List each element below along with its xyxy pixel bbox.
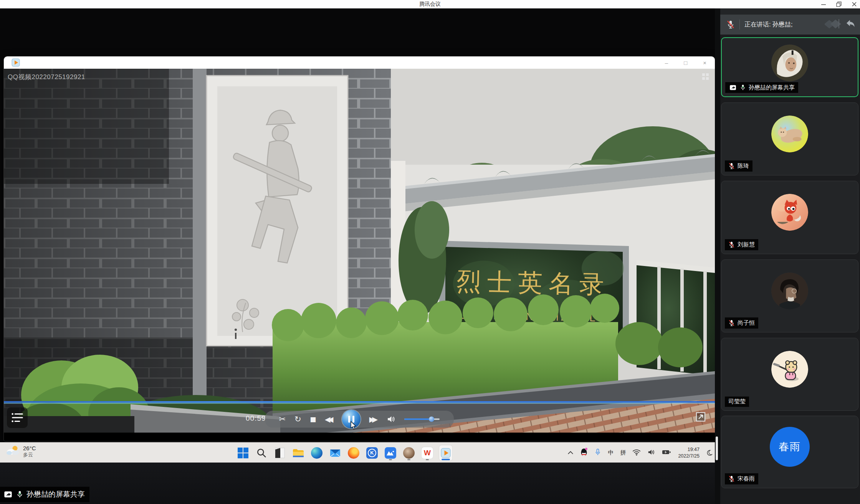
participant-name: 陈琦: [738, 162, 749, 170]
tencent-meeting-window: 腾讯会议 – □ ×: [0, 0, 860, 504]
volume-slider[interactable]: [404, 418, 440, 420]
video-content[interactable]: 烈士英名录 LIE SHI YING MING LU: [4, 69, 715, 433]
restore-icon[interactable]: [836, 2, 842, 7]
participant-label: 司莹莹: [725, 397, 749, 407]
participants-sidebar: 正在讲话: 孙懋喆; 孙懋喆的屏: [720, 8, 860, 504]
mic-muted-icon: [728, 475, 735, 483]
wps-office-icon[interactable]: W: [421, 445, 434, 461]
mic-on-icon: [740, 84, 746, 91]
fullscreen-icon[interactable]: [696, 412, 706, 422]
screen-share-icon: [729, 84, 737, 91]
minimize-icon[interactable]: [821, 2, 826, 7]
participant-avatar: 春雨: [770, 427, 810, 467]
speaking-header: 正在讲话: 孙懋喆;: [720, 15, 860, 35]
mail-app-icon[interactable]: [329, 445, 342, 461]
player-close-icon[interactable]: ×: [703, 59, 706, 66]
windows-taskbar: 26°C多云 K: [0, 442, 715, 463]
back-arrow-icon[interactable]: [845, 18, 856, 31]
weather-condition: 多云: [23, 452, 36, 458]
start-button[interactable]: [237, 445, 250, 461]
mouse-cursor: [351, 421, 357, 430]
participant-avatar: [771, 351, 808, 388]
edge-browser-icon[interactable]: [310, 445, 323, 461]
fast-forward-icon[interactable]: ▶▶: [369, 416, 378, 423]
battery-icon[interactable]: [662, 448, 671, 458]
wifi-icon[interactable]: [632, 448, 641, 458]
player-minimize-icon[interactable]: –: [665, 59, 668, 66]
weather-icon: [6, 445, 20, 458]
screen-bottom-fill: [0, 463, 715, 504]
player-maximize-icon[interactable]: □: [684, 59, 687, 66]
elapsed-time: 00:59: [246, 414, 266, 423]
participant-tile[interactable]: 尚子恒: [721, 259, 858, 332]
microphone-tray-icon[interactable]: [594, 448, 601, 458]
video-player-app-icon[interactable]: [439, 445, 452, 461]
sign-text-cn: 烈士英名录: [456, 268, 610, 298]
tencent-meeting-app-icon[interactable]: [384, 445, 397, 461]
screen-share-icon: [3, 490, 13, 499]
mic-muted-icon: [728, 162, 735, 170]
stop-icon[interactable]: ■: [310, 416, 316, 423]
weather-temp: 26°C: [23, 445, 36, 452]
participant-avatar: [771, 194, 808, 231]
mic-on-icon: [16, 490, 23, 499]
weather-widget[interactable]: 26°C多云: [6, 445, 36, 458]
share-overlay-text: 孙懋喆的屏幕共享: [26, 489, 85, 499]
player-titlebar[interactable]: – □ ×: [4, 56, 715, 69]
shared-screen-area: – □ ×: [0, 8, 715, 504]
video-progress-bar[interactable]: [4, 401, 715, 403]
close-icon[interactable]: [852, 2, 857, 7]
social-app-icon[interactable]: [402, 445, 415, 461]
kdocs-app-icon[interactable]: K: [366, 445, 379, 461]
participant-name: 宋春雨: [738, 475, 755, 483]
participant-label: 陈琦: [725, 160, 752, 172]
participant-tile[interactable]: 陈琦: [721, 102, 858, 175]
mic-muted-icon: [728, 319, 735, 327]
participant-avatar: [771, 45, 808, 81]
participant-label: 孙懋喆的屏幕共享: [725, 82, 798, 93]
participant-name: 刘新慧: [738, 241, 755, 248]
participant-avatar: [771, 116, 808, 152]
meeting-title: 腾讯会议: [0, 1, 860, 8]
player-app-icon: [12, 58, 20, 67]
volume-icon[interactable]: [387, 415, 396, 423]
search-button[interactable]: [255, 445, 268, 461]
video-player-window: – □ ×: [4, 56, 715, 441]
participant-tile[interactable]: 刘新慧: [721, 181, 858, 254]
rewind-icon[interactable]: ◀◀: [325, 416, 333, 423]
mic-muted-icon[interactable]: [726, 20, 735, 30]
participant-avatar: [771, 273, 808, 309]
cut-icon[interactable]: ✂: [279, 415, 286, 423]
meeting-logo-icon: [825, 18, 845, 31]
night-mode-icon[interactable]: [706, 449, 713, 456]
participant-name: 孙懋喆的屏幕共享: [749, 84, 795, 91]
participant-label: 尚子恒: [725, 317, 758, 329]
playlist-button[interactable]: [7, 407, 28, 428]
ime-chinese-indicator[interactable]: 中: [608, 449, 614, 456]
repeat-icon[interactable]: ↻: [294, 415, 301, 423]
meeting-titlebar: 腾讯会议: [0, 0, 860, 8]
sidebar-divider: [715, 8, 720, 504]
sidebar-scrollbar[interactable]: [716, 436, 718, 460]
participant-label: 刘新慧: [725, 239, 758, 250]
tray-chevron-icon[interactable]: [567, 449, 574, 456]
avatar-initials: 春雨: [779, 440, 801, 454]
player-control-bar: ✂ ↻ ■ ◀◀ ▶▶: [265, 411, 454, 428]
tray-time: 19:47: [688, 446, 700, 453]
participant-tile[interactable]: 司莹莹: [721, 338, 858, 411]
clock-widget[interactable]: 19:47 2022/7/25: [678, 446, 700, 459]
file-explorer-icon[interactable]: [292, 445, 305, 461]
firefox-browser-icon[interactable]: [347, 445, 360, 461]
speaker-icon[interactable]: [647, 448, 655, 458]
participant-tile[interactable]: 孙懋喆的屏幕共享: [721, 37, 858, 97]
notebook-app-icon[interactable]: [273, 445, 286, 461]
participant-label: 宋春雨: [725, 473, 758, 484]
screen-share-overlay-label: 孙懋喆的屏幕共享: [0, 487, 89, 502]
episode-grid-icon[interactable]: [702, 73, 709, 80]
participant-tile[interactable]: 春雨 宋春雨: [721, 416, 858, 488]
participant-name: 尚子恒: [738, 319, 755, 327]
tray-date: 2022/7/25: [678, 453, 700, 459]
volume-knob[interactable]: [429, 416, 434, 422]
qq-tray-icon[interactable]: [580, 448, 588, 458]
ime-pinyin-indicator[interactable]: 拼: [620, 449, 626, 456]
